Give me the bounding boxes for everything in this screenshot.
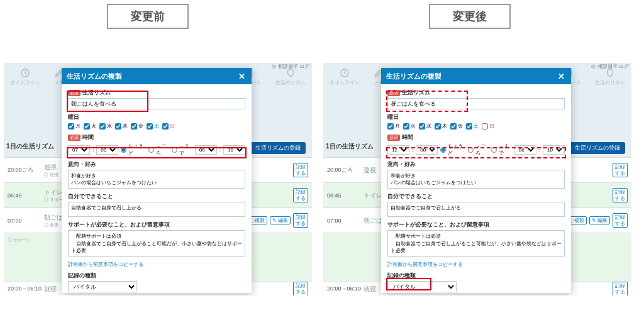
hour-select[interactable]: 12: [387, 145, 409, 155]
day-sun[interactable]: [162, 123, 169, 130]
rhythm-input[interactable]: [387, 98, 565, 109]
minute-select[interactable]: 00: [96, 145, 118, 155]
time-label: 必須時間: [387, 133, 565, 141]
duplicate-modal: 生活リズムの複製 ✕ 必須生活リズム 曜日 月 火 水 木 金 土 日 必須時間…: [381, 68, 571, 293]
pref-label: 意向・好み: [68, 160, 245, 169]
recordtype-label: 記録の種類: [68, 272, 245, 280]
support-input[interactable]: 配膳サポートは必須 自助食器でご自身で召し上がること可能だが、小さい蓋や袋などは…: [68, 230, 245, 257]
self-label: 自分でできること: [387, 192, 565, 201]
timeline-icon: タイムライン: [330, 68, 360, 86]
day-wed[interactable]: [99, 123, 106, 130]
days-label: 曜日: [68, 113, 245, 121]
before-label: 変更前: [107, 4, 189, 29]
modal-title: 生活リズムの複製: [67, 72, 122, 81]
edit-badge[interactable]: ✎ 編集: [589, 216, 610, 225]
self-input[interactable]: 自助食器でご自身で召し上がる: [68, 202, 245, 217]
recordtype-label: 記録の種類: [387, 272, 565, 280]
day-tue[interactable]: [403, 123, 409, 130]
hour-select[interactable]: 07: [68, 145, 90, 155]
days-row: 月 火 水 木 金 土 日: [387, 123, 565, 130]
self-label: 自分でできること: [68, 192, 245, 201]
record-button[interactable]: 記録 する: [293, 282, 308, 296]
radio-around[interactable]: [148, 147, 154, 153]
rhythm-label: 必須生活リズム: [68, 89, 245, 97]
panel-after: ◎相談員子 ログ タイムライン メモ ハイヤリ 顔写シート 生活のリズム 1日の…: [323, 63, 631, 296]
minute2-select[interactable]: 10: [543, 145, 565, 155]
record-button[interactable]: 記録 する: [613, 188, 628, 202]
time-label: 必須時間: [68, 133, 245, 141]
bg-register-button[interactable]: ＋ 生活リズムの登録: [243, 142, 306, 154]
hour2-select[interactable]: 06: [514, 145, 536, 155]
day-tue[interactable]: [84, 123, 90, 130]
rhythm-label: 必須生活リズム: [387, 89, 565, 97]
modal-header: 生活リズムの複製 ✕: [381, 68, 571, 84]
pref-label: 意向・好み: [387, 160, 565, 169]
record-button[interactable]: 記録 する: [293, 213, 308, 228]
day-fri[interactable]: [450, 123, 457, 130]
hour2-select[interactable]: 06: [195, 145, 217, 155]
radio-just[interactable]: [121, 147, 126, 153]
self-input[interactable]: 自助食器でご自身で召し上がる: [387, 202, 565, 217]
record-button[interactable]: 記録 する: [613, 163, 628, 177]
bg-title: 1日の生活リズム: [6, 142, 54, 151]
day-thu[interactable]: [435, 123, 441, 130]
rhythm-icon: 生活のリズム: [275, 68, 306, 86]
day-sat[interactable]: [147, 123, 153, 130]
panel-before: ◎相談員子 ログ タイムライン メモ ハイヤリ 顔写シート 生活のリズム 1日の…: [4, 63, 312, 296]
record-button[interactable]: 記録 する: [613, 282, 628, 296]
record-button[interactable]: 記録 する: [293, 163, 308, 177]
radio-until[interactable]: [172, 147, 177, 153]
bg-register-button[interactable]: ＋ 生活リズムの登録: [562, 142, 625, 154]
day-sat[interactable]: [466, 123, 472, 130]
radio-until[interactable]: [491, 147, 497, 153]
pref-input[interactable]: 和食が好き パンの場合はいちごジャムをつけたい: [68, 170, 245, 189]
edit-badge[interactable]: ✎ 編集: [270, 216, 291, 225]
pref-input[interactable]: 和食が好き パンの場合はいちごジャムをつけたい: [387, 170, 565, 189]
record-button[interactable]: 記録 する: [293, 188, 308, 202]
minute2-select[interactable]: 10: [223, 145, 245, 155]
support-label: サポートが必要なこと、および留意事項: [387, 221, 565, 229]
recordtype-select[interactable]: バイタル: [68, 281, 137, 292]
close-icon[interactable]: ✕: [236, 71, 247, 81]
minute-select[interactable]: 00: [416, 145, 438, 155]
day-sun[interactable]: [482, 123, 488, 130]
copy-link[interactable]: 計画書から留意事項をコピーする: [68, 261, 143, 268]
timeline-icon: タイムライン: [10, 68, 40, 86]
copy-link[interactable]: 計画書から留意事項をコピーする: [387, 261, 463, 268]
day-thu[interactable]: [115, 123, 121, 130]
rhythm-input[interactable]: [68, 98, 245, 109]
days-row: 月 火 水 木 金 土 日: [68, 123, 245, 130]
support-label: サポートが必要なこと、および留意事項: [68, 221, 245, 229]
day-fri[interactable]: [131, 123, 137, 130]
time-row: 12: 00 ちょうど ～ごろ ～まで 06: 10: [387, 143, 565, 157]
days-label: 曜日: [387, 113, 565, 121]
bg-title: 1日の生活リズム: [326, 142, 374, 151]
radio-around[interactable]: [468, 147, 474, 153]
day-mon[interactable]: [68, 123, 74, 130]
time-row: 07: 00 ちょうど ～ごろ ～まで 06: 10: [68, 143, 245, 157]
modal-title: 生活リズムの複製: [386, 72, 441, 81]
rhythm-icon: 生活のリズム: [595, 68, 625, 86]
recordtype-select[interactable]: バイタル: [387, 281, 457, 292]
modal-header: 生活リズムの複製 ✕: [62, 68, 252, 84]
record-button[interactable]: 記録 する: [613, 213, 628, 228]
support-input[interactable]: 配膳サポートは必須 自助食器でご自身で召し上がること可能だが、小さい蓋や袋などは…: [387, 230, 565, 257]
close-icon[interactable]: ✕: [556, 71, 566, 81]
day-mon[interactable]: [387, 123, 394, 130]
after-label: 変更後: [429, 4, 511, 29]
day-wed[interactable]: [419, 123, 425, 130]
duplicate-modal: 生活リズムの複製 ✕ 必須生活リズム 曜日 月 火 水 木 金 土 日 必須時間…: [62, 68, 252, 293]
radio-just[interactable]: [440, 147, 446, 153]
